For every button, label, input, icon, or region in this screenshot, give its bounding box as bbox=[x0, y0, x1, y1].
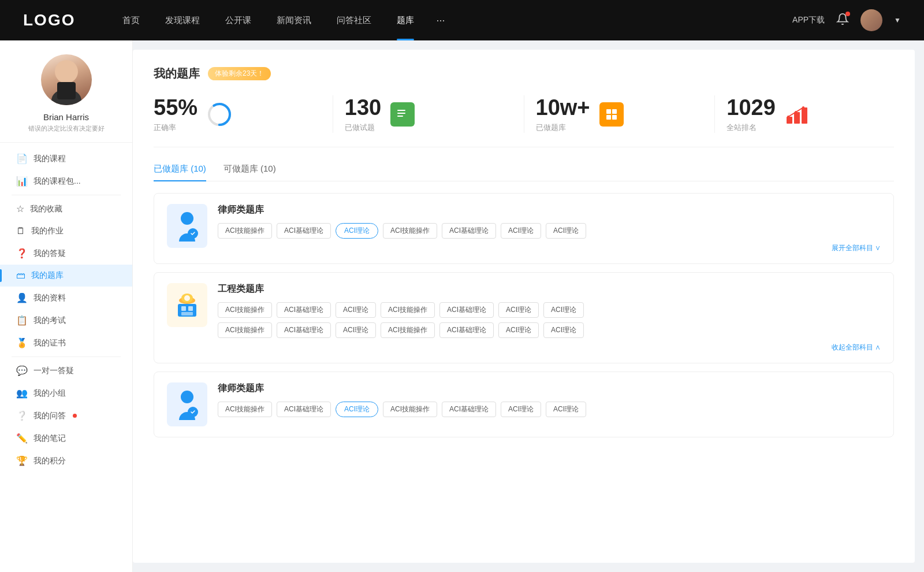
sidebar-item-course[interactable]: 📄 我的课程 bbox=[0, 147, 132, 170]
sidebar-item-label: 我的收藏 bbox=[30, 204, 62, 214]
sidebar-item-question-bank[interactable]: 🗃 我的题库 bbox=[0, 265, 132, 287]
stat-done-banks: 10w+ 已做题库 bbox=[524, 95, 716, 133]
stat-accuracy: 55% 正确率 bbox=[154, 95, 333, 133]
collapse-link-engineering[interactable]: 收起全部科目 ∧ bbox=[218, 343, 881, 352]
tag[interactable]: ACI技能操作 bbox=[383, 223, 437, 239]
svg-rect-21 bbox=[181, 306, 186, 311]
bank-card-content-engineering: 工程类题库 ACI技能操作 ACI基础理论 ACI理论 ACI技能操作 ACI基… bbox=[218, 283, 881, 352]
sidebar-item-my-qa[interactable]: ❔ 我的问答 bbox=[0, 404, 132, 427]
tag[interactable]: ACI理论 bbox=[498, 322, 539, 338]
svg-rect-5 bbox=[397, 110, 405, 111]
sidebar-item-label: 我的积分 bbox=[33, 456, 66, 466]
tag-active[interactable]: ACI理论 bbox=[336, 223, 378, 239]
chevron-down-icon[interactable]: ▼ bbox=[894, 16, 901, 24]
svg-point-0 bbox=[55, 60, 78, 83]
sidebar-item-one-on-one[interactable]: 💬 一对一答疑 bbox=[0, 359, 132, 382]
person-icon: 👤 bbox=[16, 292, 28, 303]
app-download-button[interactable]: APP下载 bbox=[792, 15, 825, 25]
stat-label-rank: 全站排名 bbox=[726, 122, 776, 133]
list-icon bbox=[390, 102, 415, 127]
tag[interactable]: ACI技能操作 bbox=[381, 302, 435, 318]
sidebar-item-profile[interactable]: 👤 我的资料 bbox=[0, 287, 132, 309]
tab-done[interactable]: 已做题库 (10) bbox=[154, 164, 206, 181]
tag[interactable]: ACI理论 bbox=[498, 302, 539, 318]
sidebar-item-label: 我的课程包... bbox=[33, 176, 81, 187]
cert-icon: 🏅 bbox=[16, 337, 28, 348]
tag[interactable]: ACI理论 bbox=[546, 402, 586, 417]
nav-items: 首页 发现课程 公开课 新闻资讯 问答社区 题库 ··· bbox=[110, 0, 792, 40]
nav-item-news[interactable]: 新闻资讯 bbox=[264, 0, 324, 40]
tag[interactable]: ACI理论 bbox=[336, 322, 376, 338]
tag[interactable]: ACI理论 bbox=[501, 223, 541, 239]
nav-item-qa[interactable]: 问答社区 bbox=[324, 0, 384, 40]
notification-dot bbox=[73, 414, 77, 418]
sidebar-item-homework[interactable]: 🗒 我的作业 bbox=[0, 220, 132, 242]
tag[interactable]: ACI理论 bbox=[501, 402, 541, 417]
nav-item-home[interactable]: 首页 bbox=[110, 0, 152, 40]
sidebar-item-points[interactable]: 🏆 我的积分 bbox=[0, 450, 132, 472]
tag[interactable]: ACI技能操作 bbox=[218, 402, 272, 417]
sidebar-item-course-package[interactable]: 📊 我的课程包... bbox=[0, 170, 132, 192]
bank-card-title-law-1: 律师类题库 bbox=[218, 204, 881, 216]
nav-item-discover[interactable]: 发现课程 bbox=[152, 0, 213, 40]
sidebar-item-group[interactable]: 👥 我的小组 bbox=[0, 382, 132, 404]
question-icon: ❓ bbox=[16, 248, 28, 259]
tag[interactable]: ACI理论 bbox=[543, 322, 584, 338]
tag[interactable]: ACI技能操作 bbox=[218, 322, 272, 338]
chat-icon: 💬 bbox=[16, 365, 28, 376]
tag[interactable]: ACI理论 bbox=[336, 302, 376, 318]
bank-card-tags-engineering-row1: ACI技能操作 ACI基础理论 ACI理论 ACI技能操作 ACI基础理论 AC… bbox=[218, 302, 881, 318]
nav-item-more[interactable]: ··· bbox=[427, 0, 454, 40]
bell-dot bbox=[845, 12, 850, 16]
stat-done-questions: 130 已做试题 bbox=[333, 95, 524, 133]
tag[interactable]: ACI基础理论 bbox=[442, 402, 496, 417]
nav-item-bank[interactable]: 题库 bbox=[384, 0, 427, 40]
logo[interactable]: LOGO bbox=[23, 11, 75, 29]
law-bank-icon-1 bbox=[167, 204, 207, 248]
sidebar-divider-2 bbox=[12, 356, 121, 357]
tag[interactable]: ACI基础理论 bbox=[277, 302, 331, 318]
sidebar-menu: 📄 我的课程 📊 我的课程包... ☆ 我的收藏 🗒 我的作业 ❓ 我的答疑 bbox=[0, 143, 132, 477]
nav-item-open[interactable]: 公开课 bbox=[213, 0, 264, 40]
tag[interactable]: ACI基础理论 bbox=[277, 402, 331, 417]
tag[interactable]: ACI技能操作 bbox=[383, 402, 437, 417]
sidebar-item-cert[interactable]: 🏅 我的证书 bbox=[0, 332, 132, 354]
sidebar: Brian Harris 错误的决定比没有决定要好 📄 我的课程 📊 我的课程包… bbox=[0, 40, 133, 572]
bank-stat-icon bbox=[599, 102, 624, 127]
svg-rect-13 bbox=[794, 112, 800, 124]
tag[interactable]: ACI基础理论 bbox=[439, 302, 494, 318]
bank-card-tags-law-2: ACI技能操作 ACI基础理论 ACI理论 ACI技能操作 ACI基础理论 AC… bbox=[218, 402, 881, 417]
sidebar-item-exam[interactable]: 📋 我的考试 bbox=[0, 309, 132, 332]
sidebar-item-label: 我的课程 bbox=[33, 154, 66, 164]
tag[interactable]: ACI技能操作 bbox=[218, 302, 272, 318]
sidebar-item-favorites[interactable]: ☆ 我的收藏 bbox=[0, 198, 132, 220]
user-avatar[interactable] bbox=[860, 9, 882, 31]
tag[interactable]: ACI基础理论 bbox=[442, 223, 496, 239]
svg-rect-8 bbox=[606, 109, 611, 114]
content-area: 我的题库 体验剩余23天！ 55% 正确率 130 已做试题 bbox=[133, 50, 915, 563]
sidebar-item-qa[interactable]: ❓ 我的答疑 bbox=[0, 242, 132, 265]
law-bank-icon-2 bbox=[167, 382, 207, 426]
main-layout: Brian Harris 错误的决定比没有决定要好 📄 我的课程 📊 我的课程包… bbox=[0, 40, 924, 572]
bank-card-title-law-2: 律师类题库 bbox=[218, 382, 881, 395]
rank-icon bbox=[785, 102, 809, 127]
tag-active[interactable]: ACI理论 bbox=[336, 402, 378, 417]
chart-icon: 📊 bbox=[16, 176, 28, 187]
svg-point-15 bbox=[787, 116, 789, 118]
tag[interactable]: ACI基础理论 bbox=[439, 322, 494, 338]
tag[interactable]: ACI基础理论 bbox=[277, 322, 331, 338]
tag[interactable]: ACI理论 bbox=[546, 223, 586, 239]
tag[interactable]: ACI基础理论 bbox=[277, 223, 331, 239]
bank-card-tags-law-1: ACI技能操作 ACI基础理论 ACI理论 ACI技能操作 ACI基础理论 AC… bbox=[218, 223, 881, 239]
notification-bell[interactable] bbox=[836, 13, 849, 28]
stat-rank: 1029 全站排名 bbox=[715, 95, 894, 133]
page-title: 我的题库 bbox=[154, 66, 200, 81]
tag[interactable]: ACI技能操作 bbox=[381, 322, 435, 338]
sidebar-divider-1 bbox=[12, 195, 121, 195]
expand-link-law-1[interactable]: 展开全部科目 ∨ bbox=[218, 243, 881, 253]
tab-available[interactable]: 可做题库 (10) bbox=[223, 164, 276, 181]
tag[interactable]: ACI理论 bbox=[543, 302, 584, 318]
tag[interactable]: ACI技能操作 bbox=[218, 223, 272, 239]
sidebar-item-notes[interactable]: ✏️ 我的笔记 bbox=[0, 427, 132, 450]
svg-rect-23 bbox=[181, 312, 193, 315]
